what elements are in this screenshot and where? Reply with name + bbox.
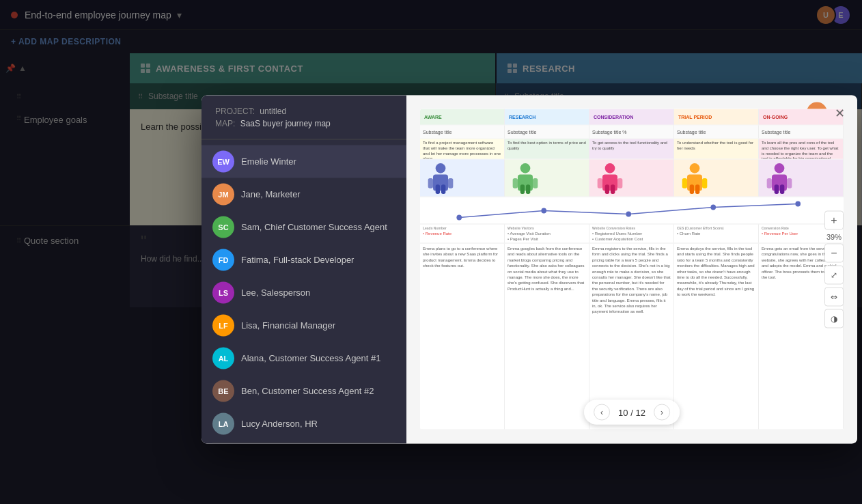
map-label: MAP: [215, 119, 235, 128]
phase-consideration: CONSIDERATION [589, 109, 674, 125]
zoom-level-text: 39% [824, 233, 844, 241]
zoom-in-button[interactable]: + [824, 211, 844, 230]
persona-avatar-7: BE [212, 380, 234, 402]
svg-rect-10 [520, 184, 525, 194]
persona-name-1: Jane, Marketer [241, 188, 301, 200]
persona-item-2[interactable]: SC Sam, Chief Customer Success Agent [201, 211, 406, 244]
persona-avatar-5: LF [212, 315, 234, 337]
persona-item-7[interactable]: BE Ben, Customer Success Agent #2 [201, 375, 406, 408]
svg-point-12 [605, 163, 615, 173]
pg-5: To learn all the pros and cons of the to… [759, 139, 844, 159]
page-indicator: 10 / 12 [618, 407, 645, 417]
project-value: untitled [260, 107, 286, 116]
persona-name-5: Lisa, Financial Manager [241, 320, 335, 331]
pi-3 [589, 160, 674, 197]
persona-item-6[interactable]: AL Alana, Customer Success Agent #1 [201, 342, 406, 375]
svg-rect-14 [598, 178, 602, 188]
svg-point-30 [456, 215, 462, 221]
preview-goal-row: To find a project management software th… [420, 139, 844, 160]
svg-rect-29 [780, 184, 784, 194]
modal-right-panel: U ✕ AWARE RESEARCH CONSIDERATION TRIAL P… [406, 96, 857, 444]
phase-research: RESEARCH [505, 109, 589, 125]
persona-item-5[interactable]: LF Lisa, Financial Manager [201, 309, 406, 342]
map-preview-area: AWARE RESEARCH CONSIDERATION TRIAL PERIO… [406, 96, 857, 444]
close-icon: ✕ [835, 106, 845, 121]
persona-name-2: Sam, Chief Customer Success Agent [241, 221, 387, 233]
svg-rect-5 [441, 184, 445, 194]
svg-rect-23 [695, 184, 699, 194]
total-pages: 12 [635, 407, 645, 417]
zoom-controls: + 39% − ⤢ ⇔ ◑ [824, 211, 844, 328]
svg-point-31 [541, 208, 546, 214]
ps-4: Substage title [674, 126, 759, 139]
preview-metrics-row: Leads Number • Revenue Rate Website Visi… [420, 225, 844, 244]
persona-list[interactable]: EW Emelie Winter JM Jane, Marketer SC Sa… [201, 140, 406, 444]
svg-rect-28 [775, 184, 779, 194]
ps-3: Substage title % [589, 126, 674, 139]
svg-rect-16 [605, 184, 609, 194]
pm-2: Website Visitors • Average Visit Duratio… [505, 225, 589, 243]
pn-1: Emma plans to go to a conference where s… [420, 244, 505, 430]
persona-name-4: Lee, Salesperson [241, 287, 310, 298]
pg-1: To find a project management software th… [420, 139, 505, 159]
svg-point-24 [775, 163, 785, 173]
svg-rect-11 [526, 184, 530, 194]
ps-1: Substage title [420, 126, 505, 139]
prev-page-button[interactable]: ‹ [594, 404, 610, 421]
project-label: PROJECT: [215, 107, 255, 116]
preview-substage-row: Substage title Substage title Substage t… [420, 126, 844, 139]
ps-2: Substage title [505, 126, 589, 139]
svg-rect-9 [533, 178, 538, 188]
persona-name-0: Emelie Winter [241, 156, 296, 167]
modal: PROJECT: untitled MAP: SaaS buyer journe… [201, 96, 857, 444]
contrast-button[interactable]: ◑ [824, 309, 844, 328]
fit-screen-button[interactable]: ⤢ [824, 266, 844, 285]
pm-1: Leads Number • Revenue Rate [420, 225, 505, 243]
svg-point-34 [795, 201, 801, 207]
preview-image-row [420, 160, 844, 197]
preview-chart-row [420, 197, 844, 225]
svg-rect-7 [518, 175, 533, 191]
persona-avatar-3: FD [212, 249, 234, 271]
pn-2: Emma googles back from the conference an… [505, 244, 589, 430]
svg-point-33 [710, 205, 716, 210]
ps-5: Substage title [759, 126, 844, 139]
persona-name-3: Fatima, Full-stack Developer [241, 254, 354, 266]
persona-avatar-4: LS [212, 282, 234, 304]
pi-4 [674, 160, 759, 197]
modal-overlay[interactable]: PROJECT: untitled MAP: SaaS buyer journe… [0, 0, 862, 504]
pi-1 [420, 160, 505, 197]
pi-5 [759, 160, 844, 197]
zoom-out-button[interactable]: − [824, 244, 844, 263]
persona-item-3[interactable]: FD Fatima, Full-stack Developer [201, 244, 406, 277]
persona-map-divider [212, 443, 395, 444]
svg-rect-8 [513, 178, 518, 188]
preview-grid: AWARE RESEARCH CONSIDERATION TRIAL PERIO… [420, 109, 844, 430]
pg-3: To get access to the tool functionality … [589, 139, 674, 159]
current-page: 10 [618, 407, 628, 417]
svg-rect-27 [787, 178, 792, 188]
phase-aware: AWARE [420, 109, 505, 125]
preview-phase-row: AWARE RESEARCH CONSIDERATION TRIAL PERIO… [420, 109, 844, 126]
modal-close-button[interactable]: ✕ [830, 104, 849, 123]
persona-avatar-6: AL [212, 348, 234, 369]
svg-rect-1 [433, 175, 448, 191]
persona-item-0[interactable]: EW Emelie Winter [201, 145, 406, 178]
expand-button[interactable]: ⇔ [824, 288, 844, 307]
persona-name-7: Ben, Customer Success Agent #2 [241, 385, 374, 397]
nav-controls: ‹ 10 / 12 › [584, 400, 680, 425]
svg-rect-21 [702, 178, 707, 188]
persona-item-4[interactable]: LS Lee, Salesperson [201, 277, 406, 309]
pm-3: Website Conversion Rates • Registered Us… [589, 225, 674, 243]
next-page-button[interactable]: › [654, 404, 670, 421]
persona-item-1[interactable]: JM Jane, Marketer [201, 178, 406, 211]
modal-map-line: MAP: SaaS buyer journey map [215, 119, 393, 128]
svg-rect-25 [772, 175, 787, 191]
svg-rect-15 [617, 178, 622, 188]
pi-2 [505, 160, 589, 197]
svg-point-18 [690, 163, 700, 173]
persona-name-8: Lucy Anderson, HR [241, 418, 318, 430]
persona-item-8[interactable]: LA Lucy Anderson, HR [201, 408, 406, 440]
pn-4: Emma deploys the service, fills in the t… [674, 244, 759, 430]
svg-rect-20 [682, 178, 687, 188]
